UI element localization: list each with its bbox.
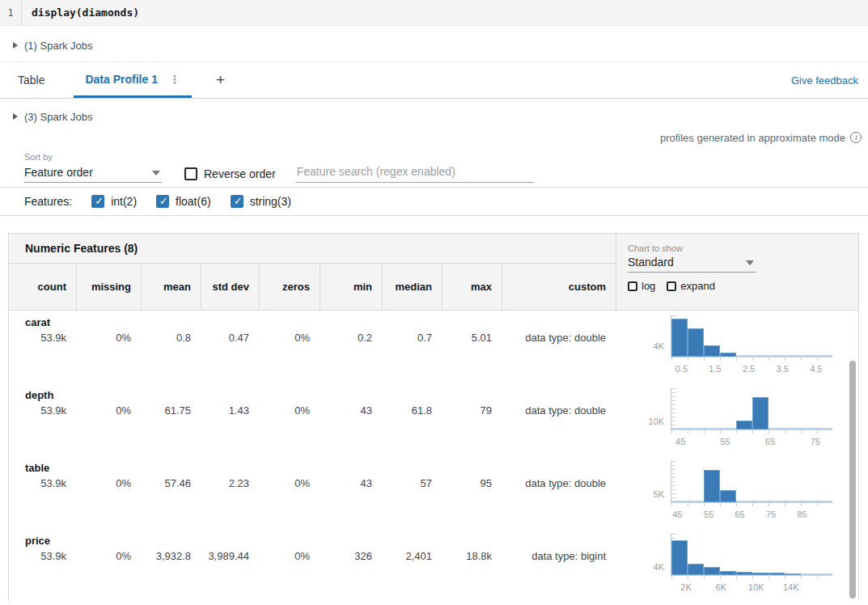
filter-int: int(2): [91, 195, 137, 208]
histogram-carat: 4K0.51.52.53.54.5: [671, 315, 832, 358]
histogram-bar: [704, 470, 720, 502]
stat-count: 53.9k: [9, 550, 76, 562]
vertical-scrollbar[interactable]: [849, 361, 856, 599]
stat-max: 95: [442, 477, 502, 489]
stat-median: 0.7: [382, 332, 442, 344]
spark-jobs-toggle-1[interactable]: (1) Spark Jobs: [0, 37, 868, 53]
x-axis-label: 0.5: [667, 364, 695, 374]
kebab-menu-icon[interactable]: ⋮: [169, 73, 180, 86]
chart-to-show-select[interactable]: Standard: [628, 256, 756, 273]
x-axis-label: 55: [695, 510, 722, 519]
numeric-features-table: Numeric Features (8) count missing mean …: [8, 233, 859, 601]
column-header-count[interactable]: count: [9, 264, 76, 310]
reverse-order-checkbox[interactable]: [184, 167, 197, 180]
column-header-missing[interactable]: missing: [76, 264, 141, 310]
feature-search-input[interactable]: [295, 163, 534, 183]
stat-count: 53.9k: [9, 404, 76, 417]
x-axis-ticks: [671, 429, 833, 434]
x-axis-label: 65: [756, 437, 784, 446]
features-label: Features:: [24, 195, 72, 208]
code-text[interactable]: display(diamonds): [22, 0, 139, 25]
histogram-price: 4K2K6K10K14K: [671, 534, 832, 576]
stat-custom: data type: double: [502, 477, 616, 489]
stat-mean: 57.46: [141, 477, 201, 489]
x-axis-label: 2K: [672, 582, 700, 592]
x-axis-label: 6K: [707, 582, 735, 592]
feature-row: depth53.9k0%61.751.430%4361.879data type…: [9, 383, 858, 456]
stat-min: 0.2: [320, 332, 382, 344]
chart-to-show-value: Standard: [628, 256, 674, 269]
stat-zeros: 0%: [259, 550, 320, 562]
string-checkbox[interactable]: [231, 195, 243, 208]
info-icon[interactable]: i: [850, 132, 862, 143]
chevron-down-icon: [746, 260, 754, 265]
stat-values: 53.9k0%0.80.470%0.20.75.01data type: dou…: [9, 332, 616, 344]
log-checkbox[interactable]: [628, 281, 637, 291]
expand-group: expand: [667, 280, 715, 292]
stat-mean: 3,932.8: [141, 550, 201, 562]
feature-search: [295, 163, 534, 183]
filter-string: string(3): [231, 195, 291, 208]
x-axis-label: 1.5: [701, 364, 729, 374]
histogram-cell: 4K2K6K10K14K: [624, 529, 860, 602]
log-label: log: [641, 280, 655, 292]
expand-label: expand: [680, 280, 715, 292]
stat-min: 43: [320, 477, 382, 489]
expand-checkbox[interactable]: [667, 281, 676, 291]
feature-name: price: [25, 535, 50, 547]
histogram-bar: [704, 567, 720, 575]
stat-max: 79: [442, 404, 502, 417]
y-axis-label: 5K: [654, 489, 664, 499]
tab-data-profile[interactable]: Data Profile 1 ⋮: [74, 62, 191, 98]
feature-row: table53.9k0%57.462.230%435795data type: …: [9, 456, 858, 529]
stat-std-dev: 1.43: [201, 404, 259, 417]
tab-table[interactable]: Table: [6, 62, 56, 98]
code-cell[interactable]: 1 display(diamonds): [0, 0, 868, 26]
tab-table-label: Table: [18, 74, 44, 87]
sort-by-label: Sort by: [24, 152, 868, 162]
stat-missing: 0%: [76, 404, 141, 417]
int-label: int(2): [111, 195, 137, 208]
column-header-custom[interactable]: custom: [502, 264, 616, 310]
stat-mean: 0.8: [141, 332, 201, 344]
column-header-median[interactable]: median: [382, 264, 442, 310]
float-checkbox[interactable]: [156, 195, 169, 208]
column-header-row: count missing mean std dev zeros min med…: [9, 264, 616, 310]
column-header-zeros[interactable]: zeros: [259, 264, 320, 310]
filter-float: float(6): [156, 195, 211, 208]
stat-zeros: 0%: [259, 477, 320, 489]
collapsed-triangle-icon: [13, 42, 18, 49]
stat-std-dev: 3,989.44: [201, 550, 259, 562]
x-axis-label: 55: [712, 437, 739, 446]
spark-jobs-toggle-3[interactable]: (3) Spark Jobs: [0, 108, 868, 125]
stat-count: 53.9k: [9, 477, 76, 489]
histogram-cell: 5K4555657585: [624, 456, 860, 529]
histogram-bar: [688, 564, 704, 575]
float-label: float(6): [176, 195, 211, 208]
x-axis-label: 10K: [743, 582, 770, 592]
sort-by-select[interactable]: Feature order: [24, 166, 162, 183]
approx-mode-note: profiles generated in approximate mode i: [0, 129, 868, 146]
chart-to-show-label: Chart to show: [628, 243, 858, 253]
column-header-max[interactable]: max: [442, 264, 502, 310]
histogram-bar: [688, 328, 704, 357]
column-header-stddev[interactable]: std dev: [201, 264, 259, 310]
histogram-cell: 10K45556575: [624, 383, 860, 456]
column-header-mean[interactable]: mean: [141, 264, 201, 310]
column-header-min[interactable]: min: [320, 264, 382, 310]
x-axis-label: 75: [757, 510, 785, 519]
feature-name: depth: [25, 389, 53, 401]
table-title: Numeric Features (8): [9, 234, 616, 264]
int-checkbox[interactable]: [91, 195, 104, 208]
chevron-down-icon: [152, 171, 160, 176]
log-group: log: [628, 280, 655, 292]
x-axis-label: 75: [802, 437, 829, 446]
give-feedback-link[interactable]: Give feedback: [791, 62, 858, 98]
feature-rows: carat53.9k0%0.80.470%0.20.75.01data type…: [9, 311, 858, 602]
x-axis-label: 45: [664, 510, 692, 519]
histogram-bar: [671, 319, 688, 357]
histogram-bar: [671, 540, 688, 575]
stat-values: 53.9k0%61.751.430%4361.879data type: dou…: [9, 404, 616, 417]
add-tab-button[interactable]: +: [210, 62, 231, 98]
y-axis-label: 10K: [648, 417, 664, 426]
